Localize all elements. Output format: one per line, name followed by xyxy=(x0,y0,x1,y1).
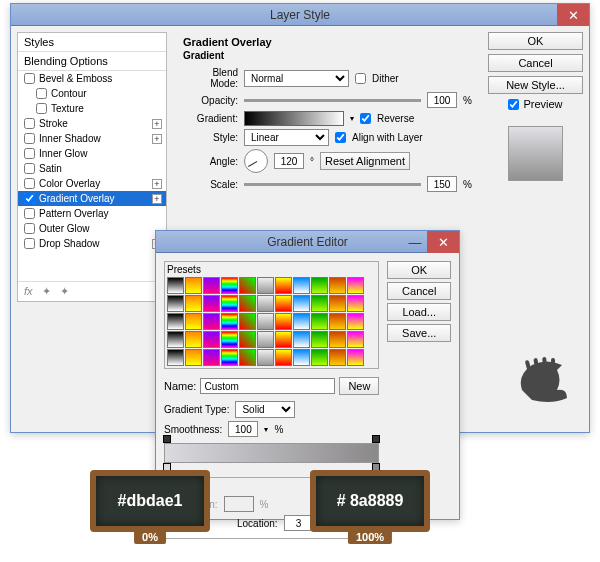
style-checkbox[interactable] xyxy=(24,238,35,249)
plus-icon[interactable]: + xyxy=(152,134,162,144)
preset-swatch[interactable] xyxy=(185,349,202,366)
preset-swatch[interactable] xyxy=(311,313,328,330)
reverse-checkbox[interactable] xyxy=(360,113,371,124)
style-item[interactable]: Contour xyxy=(18,86,166,101)
style-item[interactable]: Gradient Overlay+ xyxy=(18,191,166,206)
preset-swatch[interactable] xyxy=(275,331,292,348)
gradient-bar[interactable] xyxy=(164,443,379,463)
preset-swatch[interactable] xyxy=(221,277,238,294)
preset-swatch[interactable] xyxy=(203,277,220,294)
ge-cancel-button[interactable]: Cancel xyxy=(387,282,451,300)
preset-swatch[interactable] xyxy=(239,331,256,348)
style-checkbox[interactable] xyxy=(24,178,35,189)
preset-swatch[interactable] xyxy=(257,277,274,294)
preset-swatch[interactable] xyxy=(347,349,364,366)
smoothness-value[interactable] xyxy=(228,421,258,437)
preset-swatch[interactable] xyxy=(257,313,274,330)
blend-mode-select[interactable]: Normal xyxy=(244,70,349,87)
opacity-stop-left[interactable] xyxy=(163,435,171,443)
preset-swatch[interactable] xyxy=(203,313,220,330)
style-item[interactable]: Color Overlay+ xyxy=(18,176,166,191)
preset-grid[interactable] xyxy=(167,277,376,366)
preset-swatch[interactable] xyxy=(293,331,310,348)
preset-swatch[interactable] xyxy=(329,349,346,366)
preset-swatch[interactable] xyxy=(293,313,310,330)
style-checkbox[interactable] xyxy=(24,118,35,129)
plus-icon[interactable]: + xyxy=(152,119,162,129)
plus-icon[interactable]: + xyxy=(152,194,162,204)
preset-swatch[interactable] xyxy=(239,313,256,330)
preset-swatch[interactable] xyxy=(257,331,274,348)
style-checkbox[interactable] xyxy=(36,103,47,114)
scale-value[interactable] xyxy=(427,176,457,192)
plus-icon[interactable]: + xyxy=(152,179,162,189)
close-icon[interactable]: ✕ xyxy=(557,4,589,26)
preset-swatch[interactable] xyxy=(347,295,364,312)
align-checkbox[interactable] xyxy=(335,132,346,143)
opacity-slider[interactable] xyxy=(244,99,421,102)
style-checkbox[interactable] xyxy=(24,148,35,159)
new-button[interactable]: New xyxy=(339,377,379,395)
style-item[interactable]: Pattern Overlay xyxy=(18,206,166,221)
preset-swatch[interactable] xyxy=(329,295,346,312)
style-checkbox[interactable] xyxy=(24,73,35,84)
preset-swatch[interactable] xyxy=(293,295,310,312)
dither-checkbox[interactable] xyxy=(355,73,366,84)
opacity-stop-right[interactable] xyxy=(372,435,380,443)
angle-dial[interactable] xyxy=(244,149,268,173)
style-item[interactable]: Texture xyxy=(18,101,166,116)
gradtype-select[interactable]: Solid xyxy=(235,401,295,418)
style-item[interactable]: Satin xyxy=(18,161,166,176)
preset-swatch[interactable] xyxy=(275,295,292,312)
style-checkbox[interactable] xyxy=(24,163,35,174)
preset-swatch[interactable] xyxy=(293,277,310,294)
gradient-picker[interactable] xyxy=(244,111,344,126)
ge-ok-button[interactable]: OK xyxy=(387,261,451,279)
preset-swatch[interactable] xyxy=(311,331,328,348)
new-style-button[interactable]: New Style... xyxy=(488,76,583,94)
preset-swatch[interactable] xyxy=(167,331,184,348)
preset-swatch[interactable] xyxy=(329,277,346,294)
preset-swatch[interactable] xyxy=(347,313,364,330)
styles-header[interactable]: Styles xyxy=(18,33,166,52)
opacity-value[interactable] xyxy=(427,92,457,108)
scale-slider[interactable] xyxy=(244,183,421,186)
preset-swatch[interactable] xyxy=(167,313,184,330)
cancel-button[interactable]: Cancel xyxy=(488,54,583,72)
close-icon[interactable]: ✕ xyxy=(427,231,459,253)
minimize-icon[interactable]: — xyxy=(403,231,427,253)
style-checkbox[interactable] xyxy=(24,193,35,204)
preset-swatch[interactable] xyxy=(347,277,364,294)
preset-swatch[interactable] xyxy=(347,331,364,348)
preset-swatch[interactable] xyxy=(275,313,292,330)
preset-swatch[interactable] xyxy=(167,349,184,366)
reset-alignment-button[interactable]: Reset Alignment xyxy=(320,152,410,170)
preset-swatch[interactable] xyxy=(203,295,220,312)
preset-swatch[interactable] xyxy=(311,349,328,366)
ge-save-button[interactable]: Save... xyxy=(387,324,451,342)
preset-swatch[interactable] xyxy=(329,313,346,330)
preset-swatch[interactable] xyxy=(257,295,274,312)
preset-swatch[interactable] xyxy=(239,349,256,366)
ge-load-button[interactable]: Load... xyxy=(387,303,451,321)
preset-swatch[interactable] xyxy=(203,349,220,366)
style-checkbox[interactable] xyxy=(24,133,35,144)
style-checkbox[interactable] xyxy=(24,223,35,234)
ok-button[interactable]: OK xyxy=(488,32,583,50)
preview-checkbox[interactable] xyxy=(508,99,519,110)
layer-style-titlebar[interactable]: Layer Style ✕ xyxy=(11,4,589,26)
preset-swatch[interactable] xyxy=(185,277,202,294)
angle-value[interactable] xyxy=(274,153,304,169)
preset-swatch[interactable] xyxy=(221,349,238,366)
preset-swatch[interactable] xyxy=(311,295,328,312)
preset-swatch[interactable] xyxy=(275,349,292,366)
preset-swatch[interactable] xyxy=(185,295,202,312)
preset-swatch[interactable] xyxy=(203,331,220,348)
style-item[interactable]: Drop Shadow+ xyxy=(18,236,166,251)
style-item[interactable]: Outer Glow xyxy=(18,221,166,236)
preset-swatch[interactable] xyxy=(239,277,256,294)
style-item[interactable]: Inner Shadow+ xyxy=(18,131,166,146)
style-checkbox[interactable] xyxy=(36,88,47,99)
preset-swatch[interactable] xyxy=(293,349,310,366)
preset-swatch[interactable] xyxy=(221,331,238,348)
